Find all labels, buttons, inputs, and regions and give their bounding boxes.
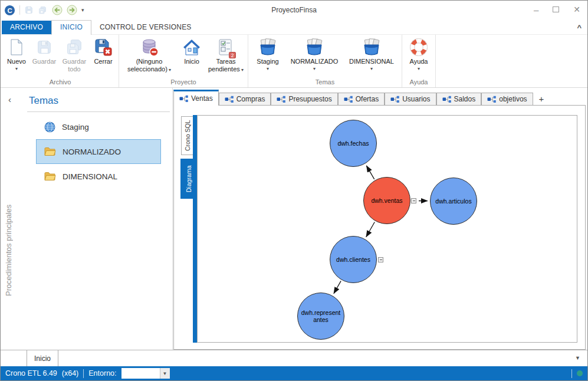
ribbon-button-label: (Ninguno seleccionado) ▾ [121, 58, 178, 73]
procedimientos-principales-tab[interactable]: Procedimientos principales [4, 170, 13, 330]
doc-tab-saldos[interactable]: Saldos [436, 93, 482, 105]
save-all-icon [38, 5, 48, 15]
app-window: C ▾ ProyectoFinsa – ✕ ARCHIVOINICIOC [0, 0, 588, 381]
theme-box-icon [304, 37, 325, 58]
ribbon-button-label: Guardar todo [59, 58, 90, 73]
ayuda-button[interactable]: Ayuda▾ [404, 35, 433, 78]
edge-collapse-icon[interactable] [378, 257, 383, 262]
panel-title: Temas [1, 88, 172, 111]
diagram-node-clientes[interactable]: dwh.clientes [330, 236, 377, 283]
minimize-icon[interactable]: – [534, 5, 538, 14]
document-content: Crono SQL Diagrama dwh.fechasdwh.ventasd… [173, 105, 586, 350]
doc-tab-usuarios[interactable]: Usuarios [385, 93, 436, 105]
doc-tab-compras[interactable]: Compras [219, 93, 271, 105]
ribbon-group-label: Ayuda [404, 78, 433, 87]
database-none-icon [139, 37, 159, 58]
ribbon-button-label: Cerrar [94, 58, 112, 65]
customize-quick-access-icon[interactable]: ▾ [81, 7, 84, 13]
diagram-canvas[interactable]: dwh.fechasdwh.ventasdwh.articulosdwh.cli… [197, 115, 577, 343]
sidebar-item-dimensional[interactable]: DIMENSIONAL [36, 164, 161, 189]
statusbar-separator [571, 369, 572, 378]
globe-icon [44, 121, 55, 133]
ribbon-group-archivo: Nuevo▾GuardarGuardar todoCerrarArchivo [2, 35, 119, 87]
theme-box-icon [361, 37, 382, 58]
tab-diagrama[interactable]: Diagrama [180, 159, 197, 199]
close-icon[interactable]: ✕ [573, 5, 580, 14]
chevron-down-icon: ▾ [267, 67, 269, 71]
ninguno-seleccionado-button[interactable]: (Ninguno seleccionado) ▾ [121, 35, 178, 78]
quick-access-toolbar: C ▾ [4, 5, 84, 16]
navigate-back-icon[interactable] [52, 5, 63, 15]
sidebar-item-label: Staging [62, 123, 89, 132]
doc-tab-objetivos[interactable]: objetivos [481, 93, 533, 105]
doc-tab-label: Ventas [191, 94, 213, 103]
environment-select[interactable]: ▼ [121, 368, 170, 379]
diagram-tab-icon [344, 96, 353, 103]
inicio-button[interactable]: Inicio [178, 35, 206, 78]
theme-box-icon [257, 37, 278, 58]
pending-tasks-icon: 2 [217, 37, 235, 58]
diagram-node-fechas[interactable]: dwh.fechas [330, 120, 377, 167]
ribbon-button-label: Inicio [184, 58, 199, 65]
folder-icon [44, 147, 56, 156]
diagram-tab-icon [487, 96, 496, 103]
dimensional-button[interactable]: DIMENSIONAL▾ [343, 35, 400, 78]
diagram-node-articulos[interactable]: dwh.articulos [430, 178, 477, 225]
ribbon-group-label: Temas [250, 78, 400, 87]
tab-crono-sql[interactable]: Crono SQL [181, 116, 193, 155]
normalizado-button[interactable]: NORMALIZADO▾ [285, 35, 343, 78]
chevron-down-icon: ▾ [167, 67, 171, 73]
ribbon-tab-archivo[interactable]: ARCHIVO [2, 21, 51, 34]
diagram-node-ventas[interactable]: dwh.ventas [363, 177, 410, 224]
environment-label: Entorno: [88, 369, 116, 377]
navigate-forward-icon[interactable] [67, 5, 77, 15]
ribbon-button-label: Staging [257, 58, 278, 65]
window-controls: – ✕ [534, 1, 584, 18]
chevron-down-icon: ▾ [15, 67, 18, 71]
diagram-accent-strip [193, 115, 197, 343]
ribbon-tab-inicio[interactable]: INICIO [51, 20, 91, 35]
ribbon-tab-control-de-versiones[interactable]: CONTROL DE VERSIONES [91, 21, 200, 34]
document-area: VentasComprasPresupuestosOfertasUsuarios… [173, 88, 587, 350]
save-icon [35, 37, 53, 58]
title-bar: C ▾ ProyectoFinsa – ✕ [1, 1, 587, 19]
collapse-panel-icon[interactable]: ‹ [8, 94, 11, 104]
app-logo-icon[interactable]: C [4, 5, 15, 16]
diagram-tab-icon [225, 96, 234, 103]
doc-tab-presupuestos[interactable]: Presupuestos [271, 93, 337, 105]
ribbon-button-label: Tareas pendientes ▾ [206, 58, 246, 73]
diagram-node-representantes[interactable]: dwh.representantes [297, 293, 344, 340]
bottom-tabs-dropdown-icon[interactable]: ▼ [575, 355, 580, 361]
doc-tab-ofertas[interactable]: Ofertas [338, 93, 385, 105]
doc-tab-ventas[interactable]: Ventas [173, 90, 219, 106]
ribbon-group-label: Proyecto [121, 78, 246, 87]
edge-collapse-icon[interactable] [411, 198, 416, 203]
new-document-icon [7, 37, 26, 58]
temas-panel: ‹ Temas StagingNORMALIZADODIMENSIONAL Pr… [1, 88, 173, 350]
nuevo-button[interactable]: Nuevo▾ [4, 35, 29, 78]
doc-tab-label: Saldos [454, 95, 476, 103]
cerrar-button[interactable]: Cerrar [90, 35, 117, 78]
chevron-down-icon[interactable]: ▼ [160, 368, 170, 379]
add-tab-button[interactable]: + [533, 94, 550, 105]
bottom-tab-inicio[interactable]: Inicio [27, 350, 58, 366]
ribbon-button-label: Nuevo [7, 58, 26, 65]
sidebar-item-staging[interactable]: Staging [36, 114, 161, 139]
doc-tab-label: Presupuestos [288, 95, 331, 103]
maximize-icon[interactable] [553, 6, 559, 12]
panel-divider [27, 111, 170, 112]
guardar-todo-button: Guardar todo [59, 35, 90, 78]
ribbon-button-label: DIMENSIONAL [349, 58, 394, 65]
ribbon-group-ayuda: Ayuda▾Ayuda [402, 35, 436, 87]
diagram-tab-icon [390, 96, 399, 103]
collapse-ribbon-icon[interactable]: ^ [577, 23, 582, 32]
chevron-down-icon: ▾ [418, 67, 420, 71]
document-tab-bar: VentasComprasPresupuestosOfertasUsuarios… [173, 89, 586, 105]
diagram-tab-icon [277, 96, 285, 103]
tareas-pendientes-button[interactable]: 2Tareas pendientes ▾ [206, 35, 246, 78]
doc-tab-label: Ofertas [356, 95, 379, 103]
sidebar-item-label: DIMENSIONAL [63, 172, 117, 181]
sidebar-item-normalizado[interactable]: NORMALIZADO [36, 139, 161, 164]
ribbon-button-label: Guardar [32, 58, 56, 65]
staging-button[interactable]: Staging▾ [250, 35, 285, 78]
